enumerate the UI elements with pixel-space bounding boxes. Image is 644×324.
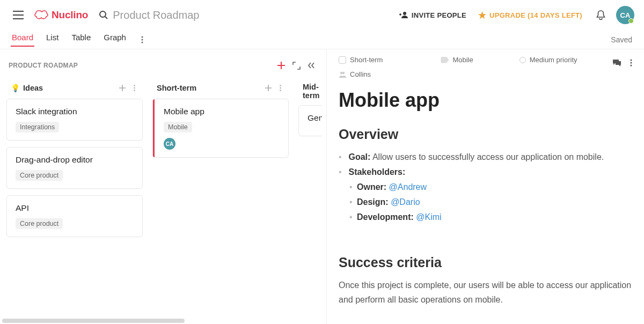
card-api[interactable]: API Core product bbox=[6, 195, 143, 237]
meta-tag[interactable]: Mobile bbox=[441, 56, 473, 64]
column-add-icon[interactable] bbox=[263, 83, 274, 93]
meta-bucket[interactable]: Short-term bbox=[339, 56, 383, 64]
svg-point-11 bbox=[631, 60, 632, 61]
column-header: 💡 Ideas bbox=[6, 79, 143, 99]
doc-more-icon[interactable] bbox=[630, 59, 632, 67]
svg-point-7 bbox=[134, 90, 135, 91]
success-heading: Success criteria bbox=[339, 255, 632, 270]
meta-tag-label: Mobile bbox=[452, 56, 473, 64]
saved-status: Saved bbox=[611, 35, 632, 44]
app-name: Nuclino bbox=[52, 9, 88, 21]
dev-label: Development: bbox=[357, 212, 416, 222]
tab-list[interactable]: List bbox=[46, 33, 58, 46]
svg-point-9 bbox=[280, 87, 281, 89]
search[interactable]: Product Roadmap bbox=[99, 9, 199, 21]
success-text: Once this project is complete, our users… bbox=[339, 278, 632, 307]
card-mobile-app[interactable]: Mobile app Mobile CA bbox=[152, 99, 289, 158]
tabs-more-icon[interactable] bbox=[141, 34, 143, 45]
upgrade-button[interactable]: UPGRADE (14 DAYS LEFT) bbox=[478, 11, 582, 19]
brain-icon bbox=[34, 10, 48, 20]
invite-icon bbox=[399, 11, 408, 19]
overview-list: Goal: Allow users to successfully access… bbox=[339, 150, 632, 225]
svg-point-1 bbox=[403, 12, 406, 15]
meta-assignee[interactable]: Collins bbox=[339, 70, 371, 78]
tab-graph[interactable]: Graph bbox=[104, 33, 126, 46]
user-avatar[interactable]: CA bbox=[616, 6, 634, 24]
content: PRODUCT ROADMAP 💡 Ideas Sl bbox=[0, 49, 644, 324]
meta-priority-label: Medium priority bbox=[530, 56, 577, 64]
column-more-icon[interactable] bbox=[129, 83, 140, 93]
stakeholders-item: Stakeholders: Owner: @Andrew Design: @Da… bbox=[346, 165, 632, 225]
tab-table[interactable]: Table bbox=[71, 33, 91, 46]
column-title: Ideas bbox=[23, 84, 116, 92]
owner-label: Owner: bbox=[357, 182, 389, 192]
svg-point-14 bbox=[340, 71, 342, 73]
search-placeholder: Product Roadmap bbox=[113, 9, 199, 21]
card-tag: Integrations bbox=[16, 122, 59, 132]
meta-priority[interactable]: Medium priority bbox=[519, 56, 577, 64]
card-title: Mobile app bbox=[164, 107, 280, 116]
svg-point-8 bbox=[280, 85, 281, 86]
user-icon bbox=[339, 71, 346, 78]
svg-point-3 bbox=[141, 39, 143, 40]
svg-point-4 bbox=[141, 41, 143, 43]
svg-point-10 bbox=[280, 90, 281, 91]
scrollbar-thumb[interactable] bbox=[2, 319, 185, 323]
column-title: Short-term bbox=[157, 84, 262, 92]
board-columns: 💡 Ideas Slack integration Integrations D… bbox=[6, 74, 322, 324]
view-tabs: Board List Table Graph Saved bbox=[0, 30, 644, 49]
star-icon bbox=[478, 11, 486, 19]
card-gener[interactable]: Gener bbox=[298, 105, 322, 136]
card-tag: Core product bbox=[16, 170, 63, 181]
mention-kimi[interactable]: @Kimi bbox=[416, 212, 441, 222]
card-avatar: CA bbox=[164, 138, 175, 150]
card-drag-drop-editor[interactable]: Drag-and-drop editor Core product bbox=[6, 147, 143, 189]
card-slack-integration[interactable]: Slack integration Integrations bbox=[6, 99, 143, 141]
search-icon bbox=[99, 10, 108, 20]
column-mid-term: Mid-term Gener bbox=[298, 79, 322, 320]
card-tag: Core product bbox=[16, 218, 63, 229]
expand-icon[interactable] bbox=[290, 59, 303, 72]
card-title: Gener bbox=[308, 113, 322, 123]
svg-point-5 bbox=[134, 85, 135, 86]
mention-dario[interactable]: @Dario bbox=[391, 197, 420, 207]
goal-item: Goal: Allow users to successfully access… bbox=[346, 150, 632, 165]
menu-icon[interactable] bbox=[12, 9, 25, 21]
mention-andrew[interactable]: @Andrew bbox=[389, 182, 427, 192]
dev-item: Development: @Kimi bbox=[357, 210, 632, 225]
invite-label: INVITE PEOPLE bbox=[412, 11, 466, 19]
add-card-icon[interactable] bbox=[275, 59, 288, 72]
column-more-icon[interactable] bbox=[275, 83, 286, 93]
upgrade-label: UPGRADE (14 DAYS LEFT) bbox=[489, 11, 582, 19]
app-logo[interactable]: Nuclino bbox=[34, 9, 88, 21]
column-header: Mid-term bbox=[298, 79, 322, 105]
design-label: Design: bbox=[357, 197, 391, 207]
invite-people-button[interactable]: INVITE PEOPLE bbox=[399, 11, 466, 19]
stakeholders-label: Stakeholders: bbox=[348, 167, 405, 176]
doc-actions bbox=[612, 59, 632, 67]
goal-label: Goal: bbox=[348, 152, 370, 161]
card-title: API bbox=[16, 203, 134, 213]
doc-pane: Short-term Mobile Medium priority Collin… bbox=[326, 49, 644, 324]
column-title: Mid-term bbox=[303, 83, 322, 100]
card-title: Slack integration bbox=[16, 107, 134, 116]
notifications-icon[interactable] bbox=[596, 10, 605, 20]
column-add-icon[interactable] bbox=[117, 83, 128, 93]
svg-point-13 bbox=[631, 65, 632, 67]
comments-icon[interactable] bbox=[612, 59, 621, 67]
design-item: Design: @Dario bbox=[357, 195, 632, 210]
goal-text: Allow users to successfully access our a… bbox=[370, 152, 604, 161]
meta-bucket-label: Short-term bbox=[350, 56, 383, 64]
horizontal-scrollbar[interactable] bbox=[2, 319, 326, 323]
doc-title[interactable]: Mobile app bbox=[339, 89, 632, 112]
svg-point-15 bbox=[342, 71, 345, 73]
svg-point-6 bbox=[134, 87, 135, 89]
tab-board[interactable]: Board bbox=[12, 33, 33, 46]
bulb-icon: 💡 bbox=[11, 84, 20, 92]
board-title: PRODUCT ROADMAP bbox=[9, 62, 273, 69]
doc-meta-row-1: Short-term Mobile Medium priority bbox=[339, 55, 632, 65]
meta-assignee-label: Collins bbox=[350, 70, 371, 78]
doc-meta-row-2: Collins bbox=[339, 69, 632, 79]
card-tag: Mobile bbox=[164, 122, 192, 132]
collapse-icon[interactable] bbox=[305, 59, 318, 72]
